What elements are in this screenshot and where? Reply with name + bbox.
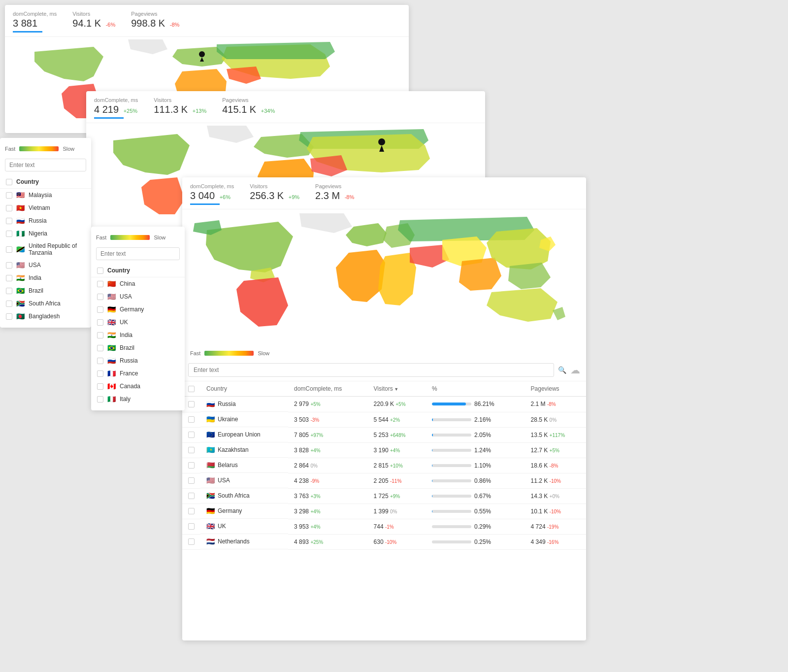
pct-value: 0.25% (474, 538, 491, 545)
item-checkbox[interactable] (6, 205, 12, 211)
pct-value: 0.55% (474, 508, 491, 515)
list-item[interactable]: 🇷🇺Russia (91, 354, 185, 367)
search-input-sidebar2[interactable] (100, 250, 175, 257)
country-header-checkbox-sidebar2[interactable] (97, 268, 103, 274)
header-checkbox[interactable] (188, 386, 195, 392)
list-item[interactable]: 🇧🇷Brazil (91, 341, 185, 354)
item-checkbox[interactable] (97, 383, 103, 390)
row-checkbox[interactable] (188, 432, 195, 438)
country-name: China (120, 280, 135, 287)
row-checkbox[interactable] (188, 508, 195, 514)
item-checkbox[interactable] (6, 275, 12, 281)
list-item[interactable]: 🇩🇪Germany (91, 303, 185, 316)
item-checkbox[interactable] (97, 396, 103, 403)
list-item[interactable]: 🇿🇦South Africa (0, 297, 91, 310)
row-country-cell: 🇿🇦 South Africa (200, 488, 288, 504)
row-checkbox[interactable] (188, 538, 195, 545)
list-item[interactable]: 🇳🇬Nigeria (0, 227, 91, 240)
col-pct[interactable]: % (426, 381, 525, 397)
country-header-checkbox-sidebar1[interactable] (6, 179, 12, 185)
item-checkbox[interactable] (97, 332, 103, 338)
flag-icon: 🇺🇸 (107, 293, 116, 301)
row-pageviews-cell: 14.3 K +0% (525, 488, 586, 504)
item-checkbox[interactable] (6, 231, 12, 237)
row-visitors-cell: 5 253 +648% (368, 427, 426, 442)
row-checkbox[interactable] (188, 416, 195, 423)
table-row: 🇪🇺 European Union 7 805 +97% 5 253 +648%… (182, 427, 586, 442)
list-item[interactable]: 🇮🇹Italy (91, 393, 185, 405)
row-country-cell: 🇺🇦 Ukraine (200, 412, 288, 427)
row-checkbox-cell (182, 504, 200, 519)
item-checkbox[interactable] (97, 319, 103, 326)
col-domcomplete[interactable]: domComplete, ms (288, 381, 368, 397)
col-country[interactable]: Country (200, 381, 288, 397)
list-item[interactable]: 🇫🇷France (91, 367, 185, 380)
legend-fast-sidebar1: Fast (5, 146, 15, 152)
list-item[interactable]: 🇲🇾Malaysia (0, 189, 91, 202)
row-checkbox-cell (182, 412, 200, 427)
row-checkbox-cell (182, 427, 200, 442)
row-pageviews-cell: 10.1 K -10% (525, 504, 586, 519)
row-pct-cell: 0.67% (426, 488, 525, 504)
flag-icon: 🇷🇺 (16, 217, 25, 225)
list-item[interactable]: 🇹🇿United Republic of Tanzania (0, 240, 91, 259)
pct-bar-container (432, 540, 471, 543)
pct-bar-fill (432, 510, 432, 513)
list-item[interactable]: 🇨🇦Canada (91, 380, 185, 393)
list-item[interactable]: 🇺🇸USA (91, 290, 185, 303)
item-checkbox[interactable] (6, 192, 12, 199)
list-item[interactable]: 🇺🇸USA (0, 259, 91, 271)
sidebar-panel-1: Fast Slow Country 🇲🇾Malaysia🇻🇳Vietnam🇷🇺R… (0, 138, 91, 328)
stat-visitors-label-card3: Visitors (250, 183, 299, 189)
list-item[interactable]: 🇷🇺Russia (0, 214, 91, 227)
pct-value: 0.29% (474, 523, 491, 530)
list-item[interactable]: 🇮🇳India (91, 329, 185, 341)
row-pageviews-cell: 18.6 K -8% (525, 458, 586, 473)
list-item[interactable]: 🇮🇳India (0, 271, 91, 284)
country-name: UK (120, 319, 128, 326)
col-visitors[interactable]: Visitors (368, 381, 426, 397)
item-checkbox[interactable] (6, 246, 12, 253)
item-checkbox[interactable] (97, 358, 103, 364)
row-checkbox[interactable] (188, 447, 195, 453)
row-checkbox[interactable] (188, 523, 195, 530)
stat-pageviews-label-card2: Pageviews (222, 97, 275, 103)
row-checkbox[interactable] (188, 462, 195, 469)
col-pageviews[interactable]: Pageviews (525, 381, 586, 397)
item-checkbox[interactable] (97, 294, 103, 300)
row-checkbox[interactable] (188, 477, 195, 484)
row-domcomplete-cell: 2 979 +5% (288, 397, 368, 412)
item-checkbox[interactable] (97, 370, 103, 377)
item-checkbox[interactable] (6, 301, 12, 307)
pct-bar-fill (432, 495, 432, 498)
item-checkbox[interactable] (97, 306, 103, 313)
flag-icon: 🇨🇳 (107, 280, 116, 288)
row-country-cell: 🇬🇧 UK (200, 519, 288, 534)
list-item[interactable]: 🇧🇷Brazil (0, 284, 91, 297)
item-checkbox[interactable] (6, 288, 12, 294)
search-input-card3[interactable] (188, 363, 554, 377)
pct-bar-fill (432, 418, 433, 421)
list-item[interactable]: 🇻🇳Vietnam (0, 202, 91, 214)
stats-row-card1: domComplete, ms 3 881 Visitors 94.1 K -6… (5, 5, 409, 37)
list-item[interactable]: 🇨🇳China (91, 277, 185, 290)
country-name: India (120, 332, 132, 338)
list-item[interactable]: 🇬🇧UK (91, 316, 185, 329)
row-checkbox[interactable] (188, 493, 195, 499)
list-item[interactable]: 🇧🇩Bangladesh (0, 310, 91, 323)
item-checkbox[interactable] (97, 281, 103, 287)
flag-icon: 🇧🇩 (16, 312, 25, 320)
item-checkbox[interactable] (6, 313, 12, 320)
row-country-cell: 🇳🇱 Netherlands (200, 534, 288, 549)
pct-value: 2.05% (474, 432, 491, 438)
item-checkbox[interactable] (6, 262, 12, 269)
countries-table: Country domComplete, ms Visitors % Pagev… (182, 381, 586, 550)
item-checkbox[interactable] (97, 345, 103, 351)
table-row: 🇺🇦 Ukraine 3 503 -3% 5 544 +2% 2.16% 28.… (182, 412, 586, 427)
stat-visitors-value-card3: 256.3 K +9% (250, 190, 299, 202)
cloud-upload-icon[interactable]: ☁ (570, 364, 580, 376)
stat-underline-card2 (94, 117, 124, 119)
item-checkbox[interactable] (6, 218, 12, 224)
search-input-sidebar1[interactable] (9, 162, 82, 168)
row-checkbox[interactable] (188, 401, 195, 407)
